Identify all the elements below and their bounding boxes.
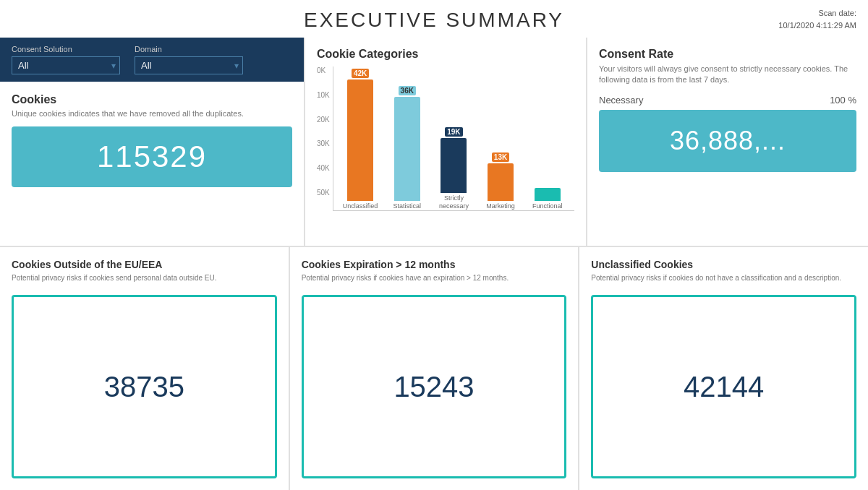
cookies-value: 115329 (12, 126, 292, 187)
necessary-pct: 100 % (830, 95, 856, 106)
cookie-categories-panel: Cookie Categories 50K 40K 30K 20K 10K 0K (305, 38, 586, 246)
unclassified-panel: Unclassified Cookies Potential privacy r… (579, 247, 868, 490)
header: EXECUTIVE SUMMARY Scan date: 10/1/2020 4… (0, 0, 868, 38)
y-axis: 50K 40K 30K 20K 10K 0K (317, 66, 330, 211)
expiration-title: Cookies Expiration > 12 months (302, 259, 567, 270)
eu-eea-panel: Cookies Outside of the EU/EEA Potential … (0, 247, 289, 490)
cookies-title: Cookies (12, 93, 292, 106)
page-title: EXECUTIVE SUMMARY (0, 9, 868, 32)
consent-rate-subtitle: Your visitors will always give consent t… (599, 64, 856, 86)
consent-rate-value: 36,888,... (599, 110, 856, 172)
consent-rate-panel: Consent Rate Your visitors will always g… (587, 38, 868, 246)
expiration-panel: Cookies Expiration > 12 months Potential… (290, 247, 579, 490)
cookies-panel: Consent Solution All ▾ Domain All (0, 38, 304, 246)
consent-solution-select[interactable]: All (12, 56, 120, 74)
domain-label: Domain (135, 45, 243, 53)
bar-strictly-necessary: 19K Strictlynecessary (433, 66, 475, 210)
domain-select[interactable]: All (135, 56, 243, 74)
bar-unclassified: 42K Unclassified (339, 66, 382, 210)
unclassified-value: 42144 (591, 295, 856, 478)
unclassified-title: Unclassified Cookies (591, 259, 856, 270)
cookies-subtitle: Unique cookies indicates that we have re… (12, 109, 292, 118)
expiration-value: 15243 (302, 295, 567, 478)
chart-bars-area: 42K Unclassified 36K Statistical 19K (333, 66, 574, 211)
bar-functional: Functional (526, 66, 569, 210)
bar-marketing: 13K Marketing (480, 66, 522, 210)
unclassified-subtitle: Potential privacy risks if cookies do no… (591, 273, 856, 283)
cookie-categories-title: Cookie Categories (317, 48, 574, 61)
bar-statistical: 36K Statistical (386, 66, 428, 210)
consent-solution-label: Consent Solution (12, 45, 120, 53)
expiration-subtitle: Potential privacy risks if cookies have … (302, 273, 567, 283)
eu-eea-subtitle: Potential privacy risks if cookies send … (12, 273, 277, 283)
filter-bar: Consent Solution All ▾ Domain All (0, 38, 304, 82)
consent-rate-title: Consent Rate (599, 48, 856, 61)
eu-eea-title: Cookies Outside of the EU/EEA (12, 259, 277, 270)
necessary-row: Necessary 100 % (599, 95, 856, 106)
scan-date: Scan date: 10/1/2020 4:11:29 AM (778, 7, 856, 31)
necessary-label: Necessary (599, 95, 643, 106)
eu-eea-value: 38735 (12, 295, 277, 478)
